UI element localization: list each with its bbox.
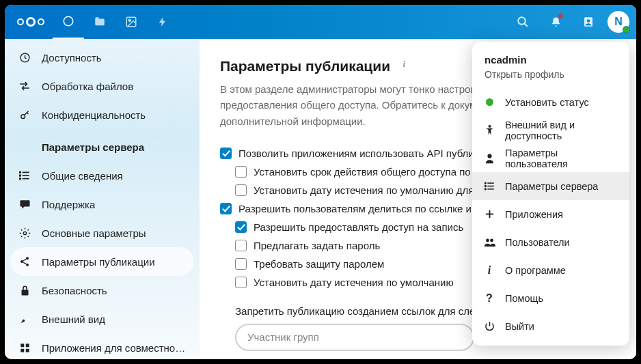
sidebar-heading-admin: Параметры сервера (10, 129, 194, 161)
sidebar-item-overview[interactable]: Общие сведения (10, 161, 194, 190)
svg-point-31 (485, 182, 486, 184)
svg-point-8 (21, 114, 25, 118)
person-icon (483, 152, 495, 165)
menu-item-label: Выйти (505, 321, 534, 332)
user-menu: ncadmin Открыть профиль Установить стату… (472, 42, 629, 346)
menu-item-set-status[interactable]: Установить статус (472, 88, 629, 116)
svg-point-37 (490, 238, 493, 242)
logo[interactable] (17, 17, 44, 27)
sidebar-item-label: Поддержка (42, 199, 95, 210)
app-photos[interactable] (115, 5, 147, 39)
sidebar-item-label: Параметры публикации (42, 256, 155, 268)
app-files[interactable] (84, 5, 115, 39)
sidebar-item-label: Приложения для совместной … (42, 342, 186, 354)
menu-item-label: Установить статус (505, 97, 589, 108)
opt-label: Требовать защиту паролем (254, 258, 384, 270)
sidebar-item-label: Внешний вид (42, 313, 105, 325)
svg-point-32 (485, 186, 486, 187)
topbar: N (5, 5, 636, 39)
svg-point-2 (128, 19, 131, 21)
svg-line-19 (23, 259, 27, 261)
sidebar-item-support[interactable]: Поддержка (10, 190, 194, 219)
info-icon[interactable]: i (399, 59, 410, 70)
sidebar-item-accessibility[interactable]: Доступность (10, 43, 194, 72)
app-activity[interactable] (147, 5, 178, 39)
svg-rect-23 (25, 344, 29, 347)
sidebar-item-security[interactable]: Безопасность (10, 276, 194, 305)
menu-item-logout[interactable]: Выйти (472, 312, 629, 340)
sidebar-item-privacy[interactable]: Конфиденциальность (10, 100, 194, 129)
sidebar-item-basic[interactable]: Основные параметры (10, 219, 194, 247)
search-icon[interactable] (509, 8, 536, 36)
lock-icon (18, 284, 31, 296)
list-icon (483, 180, 495, 193)
user-menu-name: ncadmin (485, 54, 617, 66)
menu-item-about[interactable]: i О программе (472, 256, 629, 284)
menu-item-label: Внешний вид и доступность (505, 120, 618, 141)
menu-item-admin-settings[interactable]: Параметры сервера (472, 172, 629, 200)
svg-point-12 (19, 171, 21, 173)
svg-rect-24 (21, 348, 24, 352)
power-icon (483, 320, 495, 333)
opt-label: Предлагать задать пароль (254, 240, 380, 251)
svg-point-27 (487, 154, 491, 158)
settings-sidebar: Доступность Обработка файлов Конфиденциа… (5, 39, 200, 359)
checkbox[interactable] (235, 277, 247, 288)
sidebar-item-groupware[interactable]: Приложения для совместной … (10, 333, 194, 359)
app-dashboard[interactable] (53, 5, 84, 39)
svg-point-16 (26, 257, 29, 260)
svg-point-3 (518, 17, 526, 25)
svg-point-13 (19, 175, 21, 176)
svg-point-26 (488, 125, 491, 128)
checkbox[interactable] (220, 203, 232, 214)
sidebar-item-label: Доступность (42, 52, 102, 64)
menu-item-appearance[interactable]: Внешний вид и доступность (472, 116, 629, 144)
brush-icon (18, 313, 31, 325)
menu-item-user-settings[interactable]: Параметры пользователя (472, 144, 629, 172)
menu-item-label: Параметры пользователя (505, 148, 618, 169)
status-indicator (623, 26, 630, 33)
checkbox[interactable] (235, 166, 247, 178)
sidebar-item-sharing[interactable]: Параметры публикации (10, 247, 194, 276)
svg-point-0 (64, 16, 73, 26)
checkbox[interactable] (235, 184, 247, 196)
list-icon (18, 169, 31, 182)
menu-item-label: Приложения (505, 209, 563, 220)
chat-icon (18, 198, 31, 210)
svg-rect-22 (21, 344, 24, 347)
exclude-groups-input[interactable]: Участник групп (235, 324, 474, 351)
user-menu-header[interactable]: ncadmin Открыть профиль (472, 47, 629, 88)
page-title: Параметры публикации (220, 58, 390, 74)
checkbox[interactable] (235, 240, 247, 251)
svg-point-33 (485, 188, 486, 190)
accessibility-icon (483, 124, 495, 137)
gear-icon (18, 227, 31, 239)
checkbox[interactable] (235, 258, 247, 270)
sidebar-item-label: Основные параметры (42, 227, 146, 239)
sidebar-item-file-handling[interactable]: Обработка файлов (10, 72, 194, 100)
info-icon: i (483, 264, 495, 277)
menu-item-label: Параметры сервера (505, 181, 598, 192)
avatar-initial: N (614, 16, 623, 28)
avatar[interactable]: N (608, 11, 629, 33)
svg-point-14 (19, 178, 21, 180)
contacts-icon[interactable] (575, 8, 602, 36)
svg-line-4 (524, 23, 528, 27)
sidebar-item-label: Обработка файлов (42, 81, 133, 92)
menu-item-label: О программе (505, 265, 566, 276)
share-icon (18, 255, 31, 268)
app-switcher (53, 5, 178, 39)
help-icon: ? (483, 292, 495, 305)
checkbox[interactable] (220, 148, 232, 159)
menu-item-apps[interactable]: Приложения (472, 200, 629, 228)
checkbox[interactable] (235, 221, 247, 233)
sidebar-item-label: Безопасность (42, 285, 107, 296)
notifications-icon[interactable] (542, 8, 569, 36)
sidebar-item-theming[interactable]: Внешний вид (10, 305, 194, 333)
menu-item-users[interactable]: Пользователи (472, 228, 629, 256)
opt-label: Установить дату истечения по умолчанию (254, 277, 454, 288)
menu-item-help[interactable]: ? Помощь (472, 284, 629, 312)
swap-icon (18, 80, 31, 92)
svg-point-36 (486, 238, 489, 242)
grid-icon (18, 341, 31, 354)
